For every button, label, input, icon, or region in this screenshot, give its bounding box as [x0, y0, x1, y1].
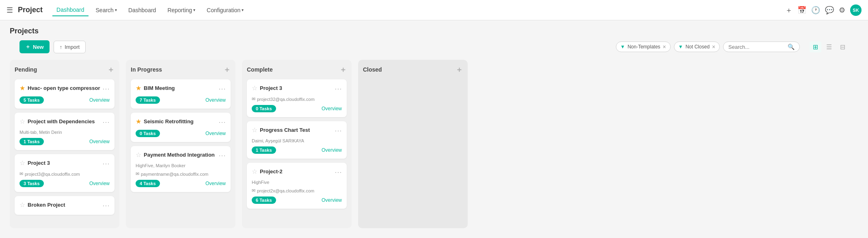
filter-chip-close-1[interactable]: ×	[663, 44, 666, 50]
filter-chip-non-templates[interactable]: ▼ Non-Templates ×	[616, 41, 671, 52]
star-icon-p3c[interactable]: ☆	[252, 84, 257, 92]
card-top-p3c: ☆ Project 3 ⋯	[252, 84, 342, 93]
calendar-icon[interactable]: 📅	[797, 6, 806, 15]
nav-configuration[interactable]: Configuration▾	[203, 4, 248, 16]
star-icon-bim[interactable]: ★	[136, 84, 141, 92]
grid-view-button[interactable]: ⊞	[810, 41, 821, 52]
card-top-payment: ☆ Payment Method Integration ⋯	[136, 151, 226, 160]
card-title-p2: Project-2	[260, 168, 283, 175]
tasks-badge-deps[interactable]: 1 Tasks	[19, 138, 44, 145]
card-title-p3c: Project 3	[260, 85, 282, 91]
card-dots-hvac[interactable]: ⋯	[102, 84, 110, 93]
search-arrow-icon: ▾	[115, 8, 117, 12]
tasks-badge-hvac[interactable]: 5 Tasks	[19, 96, 44, 104]
page-content: Projects ＋ New ↑ Import ▼	[0, 20, 868, 238]
card-dots-p2[interactable]: ⋯	[335, 168, 342, 177]
card-dots-bim[interactable]: ⋯	[218, 84, 226, 93]
card-bottom-bim: 7 Tasks Overview	[136, 96, 226, 104]
funnel-icon-2: ▼	[678, 44, 683, 50]
card-meta-deps: Multi-tab, Metin Derin	[19, 130, 110, 135]
split-view-button[interactable]: ⊟	[837, 41, 849, 52]
clock-icon[interactable]: 🕐	[811, 6, 820, 15]
card-overview-seismic[interactable]: Overview	[205, 131, 226, 136]
tasks-badge-seismic[interactable]: 0 Tasks	[136, 130, 160, 137]
card-top-bim: ★ BIM Meeting ⋯	[136, 84, 226, 93]
card-meta-p3c: ✉ project32@qa.cloudoffix.com	[252, 96, 342, 102]
mail-icon-payment: ✉	[136, 171, 139, 177]
star-icon-seismic[interactable]: ★	[136, 118, 141, 125]
star-icon-pct[interactable]: ☆	[252, 126, 257, 134]
list-view-button[interactable]: ☰	[823, 41, 835, 52]
card-top-p2: ☆ Project-2 ⋯	[252, 168, 342, 177]
card-dots-broken[interactable]: ⋯	[102, 201, 110, 210]
card-overview-p3p[interactable]: Overview	[89, 181, 110, 186]
tasks-badge-pct[interactable]: 1 Tasks	[252, 146, 276, 154]
chat-icon[interactable]: 💬	[825, 6, 834, 15]
card-email-text-p2: project2x@qa.cloudoffix.com	[257, 188, 314, 193]
card-overview-p3c[interactable]: Overview	[322, 106, 342, 111]
new-button[interactable]: ＋ New	[19, 40, 50, 53]
card-dots-p3p[interactable]: ⋯	[102, 159, 110, 168]
card-project3-complete: ☆ Project 3 ⋯ ✉ project32@qa.cloudoffix.…	[247, 79, 347, 117]
filter-chip-close-2[interactable]: ×	[712, 44, 715, 50]
card-dots-p3c[interactable]: ⋯	[335, 84, 342, 93]
card-dots-seismic[interactable]: ⋯	[218, 118, 226, 127]
card-overview-bim[interactable]: Overview	[205, 97, 226, 103]
tasks-badge-bim[interactable]: 7 Tasks	[136, 96, 160, 104]
card-meta-pct: Daimi, Ayşegül SARIKAYA	[252, 138, 342, 143]
card-title-row-seismic: ★ Seismic Retrofitting	[136, 118, 194, 125]
col-add-inprogress[interactable]: ＋	[223, 65, 231, 74]
card-overview-hvac[interactable]: Overview	[89, 97, 110, 103]
card-dots-payment[interactable]: ⋯	[218, 151, 226, 160]
nav-search[interactable]: Search▾	[92, 4, 121, 16]
star-icon-p2[interactable]: ☆	[252, 168, 257, 175]
col-header-pending: Pending ＋	[15, 65, 114, 74]
mail-icon-p2: ✉	[252, 188, 255, 193]
tasks-badge-p3c[interactable]: 0 Tasks	[252, 105, 276, 112]
card-bottom-hvac: 5 Tasks Overview	[19, 96, 110, 104]
card-bim: ★ BIM Meeting ⋯ 7 Tasks Overview	[131, 79, 231, 109]
hamburger-menu[interactable]: ☰	[6, 6, 13, 15]
card-overview-deps[interactable]: Overview	[89, 139, 110, 144]
card-overview-p2[interactable]: Overview	[322, 197, 342, 203]
card-project3-pending: ☆ Project 3 ⋯ ✉ project3@qa.cloudoffix.c…	[15, 154, 114, 192]
card-overview-payment[interactable]: Overview	[205, 181, 226, 186]
card-title-row-deps: ☆ Project with Dependencies	[19, 118, 95, 125]
nav-reporting[interactable]: Reporting▾	[163, 4, 199, 16]
nav-dashboard-2[interactable]: Dashboard	[124, 4, 160, 16]
col-add-pending[interactable]: ＋	[107, 65, 114, 74]
card-meta-payment: HighFive, Marilyn Booker	[136, 163, 226, 168]
star-icon-payment[interactable]: ☆	[136, 151, 141, 159]
star-icon-broken[interactable]: ☆	[19, 201, 25, 209]
user-avatar[interactable]: SK	[850, 4, 862, 16]
card-seismic: ★ Seismic Retrofitting ⋯ 0 Tasks Overvie…	[131, 113, 231, 142]
card-dots-pct[interactable]: ⋯	[335, 126, 342, 135]
card-overview-pct[interactable]: Overview	[322, 147, 342, 153]
col-label-pending: Pending	[15, 66, 37, 73]
tasks-badge-payment[interactable]: 4 Tasks	[136, 180, 160, 187]
star-icon-hvac[interactable]: ★	[19, 84, 25, 92]
col-header-complete: Complete ＋	[247, 65, 347, 74]
col-add-closed[interactable]: ＋	[456, 65, 463, 74]
card-title-row-hvac: ★ Hvac- open type compressor	[19, 84, 100, 92]
star-icon-deps[interactable]: ☆	[19, 118, 25, 125]
card-top-broken: ☆ Broken Project ⋯	[19, 201, 110, 210]
tasks-badge-p2[interactable]: 6 Tasks	[252, 197, 276, 204]
filter-chip-not-closed[interactable]: ▼ Not Closed ×	[674, 41, 720, 52]
import-button[interactable]: ↑ Import	[54, 41, 86, 53]
col-add-complete[interactable]: ＋	[339, 65, 347, 74]
card-title-row-broken: ☆ Broken Project	[19, 201, 65, 209]
tasks-badge-p3p[interactable]: 3 Tasks	[19, 180, 44, 187]
card-dots-deps[interactable]: ⋯	[102, 118, 110, 127]
view-toggles: ⊞ ☰ ⊟	[810, 41, 849, 52]
plus-icon[interactable]: ＋	[785, 5, 792, 15]
star-icon-p3p[interactable]: ☆	[19, 159, 25, 167]
search-input[interactable]	[728, 44, 785, 50]
col-header-closed: Closed ＋	[363, 65, 463, 74]
nav-dashboard-1[interactable]: Dashboard	[52, 4, 89, 16]
card-top-deps: ☆ Project with Dependencies ⋯	[19, 118, 110, 127]
col-header-inprogress: In Progress ＋	[131, 65, 231, 74]
filter-search[interactable]: 🔍	[723, 41, 800, 52]
settings-icon[interactable]: ⚙	[839, 6, 845, 15]
kanban-col-pending: Pending ＋ ★ Hvac- open type compressor ⋯…	[10, 60, 119, 228]
